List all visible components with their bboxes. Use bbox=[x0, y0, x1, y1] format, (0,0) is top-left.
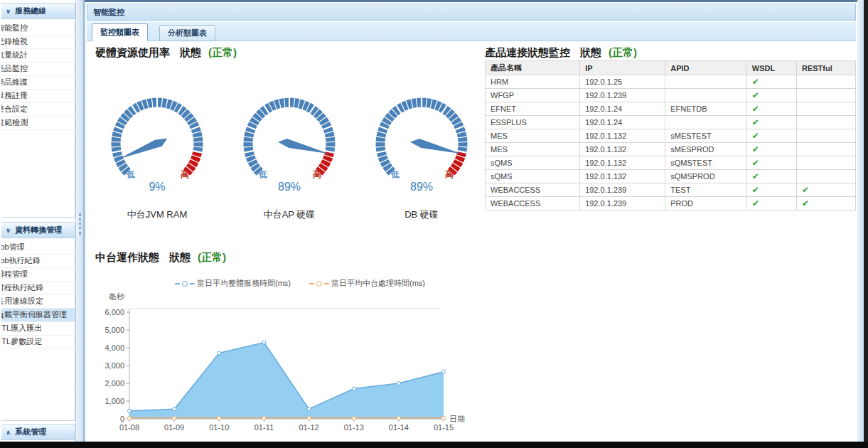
sidebar-section-header[interactable]: ∨資料轉換管理 bbox=[1, 223, 75, 238]
gauge-high-label: 高 bbox=[313, 169, 321, 179]
table-header-cell: RESTful bbox=[796, 61, 855, 75]
sidebar-item[interactable]: 排程執行紀錄 bbox=[1, 282, 75, 295]
sidebar-section: ∨服務總線智能監控紀錄檢視流量統計產品監控產品維護服務註冊整合設定規範檢測 bbox=[1, 3, 75, 218]
sidebar-item[interactable]: Job管理 bbox=[1, 241, 75, 255]
table-row[interactable]: sQMS192.0.1.132sQMSTEST✔ bbox=[486, 156, 856, 170]
table-row[interactable]: WEBACCESS192.0.1.239TEST✔✔ bbox=[486, 183, 856, 197]
table-row[interactable]: WFGP192.0.1.239✔ bbox=[486, 89, 856, 102]
sidebar-item[interactable]: 流量統計 bbox=[1, 49, 75, 63]
sidebar-splitter-handle[interactable] bbox=[75, 0, 84, 442]
table-cell-empty bbox=[796, 75, 855, 89]
table-row[interactable]: WEBACCESS192.0.1.239PROD✔✔ bbox=[486, 197, 856, 210]
gauge-row: 低高9%中台JVM RAM低高89%中台AP 硬碟低高89%DB 硬碟 bbox=[91, 88, 488, 221]
gauge-value: 89% bbox=[410, 181, 433, 193]
svg-text:4,000: 4,000 bbox=[105, 343, 124, 352]
svg-text:5,000: 5,000 bbox=[105, 326, 124, 334]
sidebar-section-title: 服務總線 bbox=[15, 6, 46, 16]
sidebar-item[interactable]: 負載平衡伺服器管理 bbox=[1, 309, 75, 322]
legend-marker-icon bbox=[316, 281, 322, 287]
tab-monitoring-charts[interactable]: 監控類圖表 bbox=[92, 23, 148, 41]
check-icon: ✔ bbox=[796, 183, 855, 197]
gauge-low-label: 低 bbox=[258, 169, 267, 179]
legend-item[interactable]: 當日平均整體服務時間(ms) bbox=[175, 278, 291, 289]
panel-title: 智能監控 bbox=[87, 4, 856, 21]
sidebar-item[interactable]: ETL參數設定 bbox=[1, 336, 75, 349]
sidebar-section-header[interactable]: ∨服務總線 bbox=[1, 4, 75, 19]
tab-analysis-charts-label: 分析類圖表 bbox=[168, 28, 207, 38]
gauge-caption: DB 硬碟 bbox=[355, 208, 488, 221]
gauge-high-label: 高 bbox=[445, 169, 454, 179]
table-cell: sMESPROD bbox=[665, 143, 747, 156]
sidebar-item[interactable]: 產品監控 bbox=[1, 63, 75, 76]
hardware-status-label: 狀態 bbox=[180, 46, 201, 58]
sidebar-section-title: 系統管理 bbox=[15, 427, 46, 437]
runtime-status-label: 狀態 bbox=[169, 251, 191, 263]
svg-text:01-11: 01-11 bbox=[254, 423, 274, 432]
svg-text:1,000: 1,000 bbox=[105, 397, 124, 405]
check-icon: ✔ bbox=[796, 197, 855, 210]
table-row[interactable]: sQMS192.0.1.132sQMSPROD✔ bbox=[486, 170, 856, 183]
sidebar-item[interactable]: 整合設定 bbox=[1, 103, 75, 117]
legend-item[interactable]: 當日平均中台處理時間(ms) bbox=[309, 278, 425, 289]
table-row[interactable]: MES192.0.1.132sMESTEST✔ bbox=[486, 129, 856, 143]
runtime-area-chart: 01,0002,0003,0004,0005,0006,00001-0801-0… bbox=[95, 289, 483, 440]
table-cell bbox=[665, 116, 747, 129]
sidebar-item[interactable]: 共用連線設定 bbox=[1, 295, 75, 309]
sidebar-item[interactable]: 產品維護 bbox=[1, 76, 75, 90]
sidebar-item[interactable]: ETL匯入匯出 bbox=[1, 322, 75, 336]
table-cell: 192.0.1.132 bbox=[580, 129, 665, 143]
table-row[interactable]: HRM192.0.1.25✔ bbox=[486, 75, 856, 89]
table-cell-empty bbox=[796, 116, 855, 129]
check-icon: ✔ bbox=[746, 116, 796, 129]
svg-text:6,000: 6,000 bbox=[105, 308, 124, 316]
gauge-value: 9% bbox=[149, 181, 165, 193]
app-window: ∨服務總線智能監控紀錄檢視流量統計產品監控產品維護服務註冊整合設定規範檢測∨資料… bbox=[0, 0, 868, 448]
sidebar-item[interactable]: 規範檢測 bbox=[1, 117, 75, 130]
sidebar-item[interactable]: 排程管理 bbox=[1, 268, 75, 282]
sidebar-item[interactable]: 智能監控 bbox=[1, 22, 75, 36]
table-cell: TEST bbox=[665, 183, 747, 197]
check-icon: ✔ bbox=[746, 102, 796, 116]
table-header-cell: APID bbox=[665, 61, 747, 75]
table-cell: sMESTEST bbox=[665, 129, 747, 143]
product-title-text: 產品連接狀態監控 bbox=[485, 46, 570, 58]
tab-analysis-charts[interactable]: 分析類圖表 bbox=[159, 25, 215, 41]
table-row[interactable]: MES192.0.1.132sMESPROD✔ bbox=[486, 143, 856, 156]
svg-text:2,000: 2,000 bbox=[105, 379, 124, 388]
main-panel: 智能監控 監控類圖表 分析類圖表 硬體資源使用率狀態(正常) 低高9%中台JVM… bbox=[84, 0, 857, 442]
gauge: 低高9%中台JVM RAM bbox=[91, 88, 223, 221]
table-cell: WEBACCESS bbox=[486, 197, 580, 210]
svg-text:0: 0 bbox=[120, 415, 124, 423]
table-cell: MES bbox=[486, 143, 580, 156]
table-cell bbox=[665, 75, 747, 89]
right-scroll-strip[interactable] bbox=[857, 0, 864, 448]
table-cell: MES bbox=[486, 129, 580, 143]
svg-text:01-12: 01-12 bbox=[299, 423, 319, 432]
dashboard-content: 硬體資源使用率狀態(正常) 低高9%中台JVM RAM低高89%中台AP 硬碟低… bbox=[87, 41, 856, 442]
check-icon: ✔ bbox=[746, 75, 796, 89]
table-row[interactable]: EFNET192.0.1.24EFNETDB✔ bbox=[486, 102, 856, 116]
table-cell: 192.0.1.24 bbox=[580, 102, 665, 116]
table-cell: EFNETDB bbox=[665, 102, 747, 116]
sidebar-item[interactable]: 服務註冊 bbox=[1, 90, 75, 103]
runtime-status-badge: (正常) bbox=[198, 251, 226, 263]
chevron-down-icon: ∨ bbox=[6, 227, 11, 234]
sidebar-item[interactable]: Job執行紀錄 bbox=[1, 255, 75, 268]
svg-text:01-14: 01-14 bbox=[389, 423, 409, 432]
gauge-value: 89% bbox=[278, 181, 301, 193]
table-cell-empty bbox=[796, 102, 855, 116]
product-section-title: 產品連接狀態監控狀態(正常) bbox=[485, 46, 637, 60]
legend-label: 當日平均整體服務時間(ms) bbox=[197, 278, 291, 289]
table-row[interactable]: ESSPLUS192.0.1.24✔ bbox=[486, 116, 856, 129]
check-icon: ✔ bbox=[746, 156, 796, 170]
screen-bottom-bar bbox=[0, 442, 868, 448]
hardware-status-badge: (正常) bbox=[208, 46, 237, 58]
sidebar-section-header[interactable]: ∧系統管理 bbox=[1, 425, 75, 440]
table-header-cell: WSDL bbox=[746, 61, 796, 75]
table-cell-empty bbox=[796, 129, 855, 143]
table-cell: 192.0.1.132 bbox=[580, 170, 665, 183]
sidebar-item[interactable]: 紀錄檢視 bbox=[1, 36, 75, 49]
check-icon: ✔ bbox=[746, 89, 796, 102]
sidebar-section: ∧系統管理 bbox=[1, 424, 75, 442]
sidebar-section: ∨資料轉換管理Job管理Job執行紀錄排程管理排程執行紀錄共用連線設定負載平衡伺… bbox=[1, 222, 75, 421]
